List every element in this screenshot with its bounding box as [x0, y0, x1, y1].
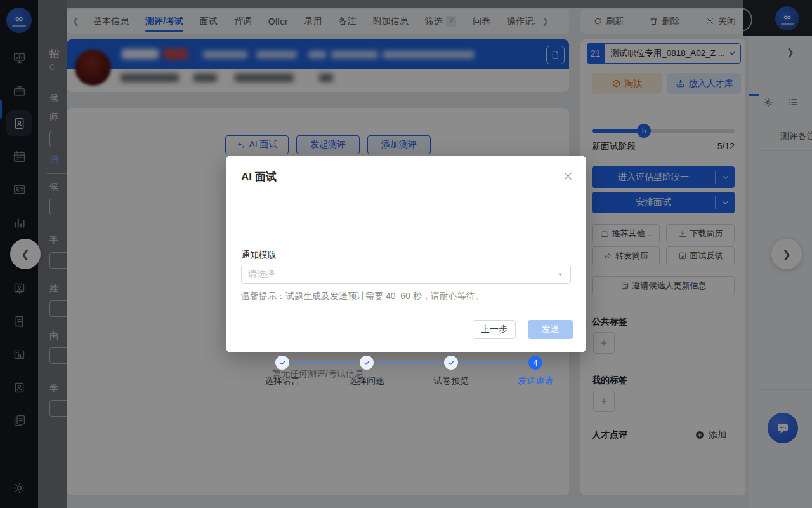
step-select-questions: 选择问题	[335, 356, 398, 387]
step-connector	[292, 362, 357, 363]
notify-template-select[interactable]: 请选择	[241, 265, 571, 284]
send-button-disabled[interactable]: 发送	[528, 320, 573, 339]
modal-title: AI 面试	[241, 170, 277, 184]
step-check-icon	[360, 356, 374, 370]
notify-template-label: 通知模版	[241, 250, 277, 261]
step-connector	[461, 362, 526, 363]
previous-step-button[interactable]: 上一步	[473, 320, 516, 339]
ai-interview-modal: AI 面试 选择语言 选择问题 试卷预览 4 发送邀请 通知模版 请选择 温馨提…	[226, 156, 586, 352]
step-send-invite: 4 发送邀请	[504, 356, 567, 387]
modal-hint-text: 温馨提示：试题生成及发送预计需要 40–60 秒，请耐心等待。	[241, 291, 484, 302]
caret-down-icon	[556, 271, 564, 278]
step-connector	[376, 362, 442, 363]
step-check-icon	[444, 356, 458, 370]
step-select-language: 选择语言	[251, 356, 314, 387]
step-paper-preview: 试卷预览	[419, 356, 483, 387]
select-placeholder: 请选择	[248, 269, 556, 280]
step-check-icon	[275, 356, 289, 370]
step-number-badge: 4	[528, 356, 542, 370]
modal-close-icon[interactable]	[563, 171, 573, 182]
